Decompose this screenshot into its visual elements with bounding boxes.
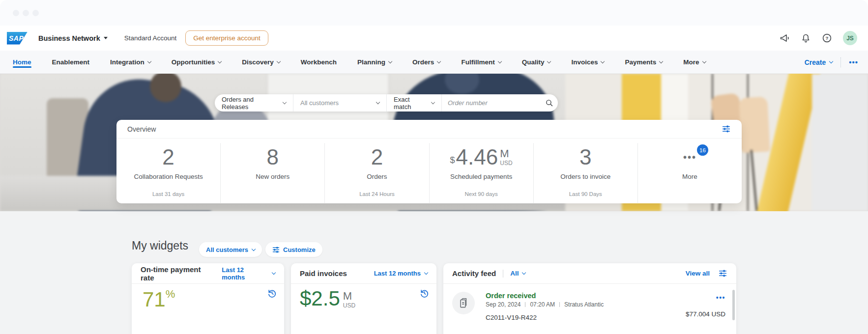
nav-label: Integration (110, 58, 145, 66)
activity-feed-item[interactable]: Order received Sep 20, 2024 07:20 AM Str… (443, 292, 736, 321)
chevron-down-icon (283, 100, 287, 104)
customer-selector[interactable]: All customers (293, 94, 387, 111)
product-switcher[interactable]: Business Network (38, 34, 108, 42)
nav-label: Orders (412, 58, 434, 66)
stat-orders[interactable]: 2 Orders Last 24 Hours (325, 143, 429, 203)
stat-value: 3 (579, 143, 591, 171)
chevron-down-icon (104, 37, 108, 39)
filter-value: All customers (206, 246, 248, 253)
chevron-down-icon (431, 100, 435, 104)
stat-new-orders[interactable]: 8 New orders (221, 143, 325, 203)
widget-body: $2.5 MUSD 300 20 (291, 284, 436, 334)
chevron-down-icon (424, 271, 428, 275)
activity-settings-icon[interactable] (718, 269, 727, 278)
user-avatar[interactable]: JS (843, 31, 857, 45)
nav-item-planning[interactable]: Planning (357, 51, 392, 73)
stat-period: Last 31 days (152, 191, 184, 197)
stat-scheduled-payments[interactable]: $ 4.46 MUSD Scheduled payments Next 90 d… (430, 143, 534, 203)
overview-settings-icon[interactable] (721, 124, 731, 134)
amount-unit: USD (343, 303, 355, 308)
nav-overflow-button[interactable]: ••• (849, 58, 858, 66)
feed-scrollbar[interactable] (732, 290, 735, 320)
nav-item-fulfillment[interactable]: Fulfillment (461, 51, 501, 73)
widget-header: On-time payment rate Last 12 months (132, 263, 284, 284)
amount-scale: M (500, 148, 509, 159)
chevron-down-icon (252, 247, 256, 250)
customize-button[interactable]: Customize (265, 242, 322, 257)
chevron-down-icon (522, 271, 526, 275)
window-maximize-button[interactable] (32, 10, 39, 16)
match-type-selector[interactable]: Exact match (387, 94, 442, 111)
history-refresh-icon[interactable] (267, 289, 277, 299)
paid-invoices-value: $2.5 MUSD (300, 287, 355, 310)
my-widgets-title: My widgets (132, 239, 188, 252)
help-icon[interactable]: ? (822, 33, 832, 43)
stat-more[interactable]: ••• 16 More (638, 143, 742, 203)
widget-title: Paid invoices (300, 269, 347, 278)
announcements-icon[interactable] (780, 33, 790, 43)
chevron-down-icon (376, 100, 380, 104)
sap-logo[interactable]: SAP (7, 32, 28, 45)
main-navigation: Home Enablement Integration Opportunitie… (0, 51, 868, 74)
nav-item-discovery[interactable]: Discovery (242, 51, 280, 73)
widget-header: Activity feed All View all (443, 263, 736, 284)
item-overflow-button[interactable]: ••• (716, 294, 725, 302)
activity-filter-selector[interactable]: All (510, 270, 525, 277)
history-refresh-icon[interactable] (420, 289, 430, 299)
overview-stats-row: 2 Collaboration Requests Last 31 days 8 … (116, 139, 742, 203)
browser-chrome (0, 0, 868, 26)
nav-item-opportunities[interactable]: Opportunities (172, 51, 222, 73)
period-selector[interactable]: Last 12 months (374, 270, 428, 277)
stat-orders-to-invoice[interactable]: 3 Orders to invoice Last 90 Days (534, 143, 638, 203)
document-type-selector[interactable]: Orders and Releases (215, 94, 293, 111)
divider (559, 302, 560, 307)
nav-item-quality[interactable]: Quality (522, 51, 551, 73)
widget-on-time-payment-rate: On-time payment rate Last 12 months 71% … (132, 263, 284, 334)
stat-value: 2 (162, 143, 174, 171)
nav-item-invoices[interactable]: Invoices (571, 51, 604, 73)
chevron-down-icon (601, 59, 605, 63)
event-status: Order received (486, 292, 686, 300)
stat-collaboration-requests[interactable]: 2 Collaboration Requests Last 31 days (116, 143, 221, 203)
widget-body: 71% 10% (132, 284, 284, 334)
window-minimize-button[interactable] (23, 10, 29, 16)
nav-label: More (683, 58, 699, 66)
event-time: 07:20 AM (530, 301, 555, 308)
nav-item-orders[interactable]: Orders (412, 51, 440, 73)
order-amount: $77.004 USD (686, 310, 725, 318)
customize-label: Customize (283, 246, 316, 253)
currency-symbol: $ (450, 147, 455, 173)
nav-item-enablement[interactable]: Enablement (52, 51, 90, 73)
document-search-bar: Orders and Releases All customers Exact … (215, 94, 558, 111)
nav-item-home[interactable]: Home (13, 51, 31, 73)
nav-item-workbench[interactable]: Workbench (301, 51, 337, 73)
create-button[interactable]: Create (805, 58, 833, 66)
chevron-down-icon (388, 59, 392, 63)
chevron-down-icon (218, 59, 222, 63)
nav-item-integration[interactable]: Integration (110, 51, 151, 73)
chevron-down-icon (659, 59, 663, 63)
period-selector[interactable]: Last 12 months (222, 266, 275, 281)
stat-value: 2 (371, 143, 383, 171)
view-all-link[interactable]: View all (686, 270, 710, 277)
get-enterprise-account-button[interactable]: Get enterprise account (185, 30, 268, 46)
notifications-bell-icon[interactable] (801, 33, 811, 43)
overview-header: Overview (116, 120, 742, 139)
nav-item-more[interactable]: More (683, 51, 705, 73)
stat-label: Collaboration Requests (134, 173, 203, 180)
nav-item-payments[interactable]: Payments (625, 51, 663, 73)
stat-value: 8 (267, 143, 279, 171)
order-number-input[interactable] (442, 99, 540, 107)
stat-label: More (682, 173, 697, 180)
product-name: Business Network (38, 34, 100, 42)
more-count-badge: 16 (697, 144, 708, 156)
stat-label: Orders (367, 173, 387, 180)
stat-period: Last 90 Days (569, 191, 602, 197)
widgets-customer-filter[interactable]: All customers (199, 242, 262, 257)
period-value: Last 12 months (374, 270, 421, 277)
search-icon[interactable] (540, 94, 558, 111)
window-close-button[interactable] (13, 10, 19, 16)
nav-label: Workbench (301, 58, 337, 66)
header-actions: ? JS (780, 26, 857, 51)
payment-rate-value: 71% (143, 288, 175, 311)
